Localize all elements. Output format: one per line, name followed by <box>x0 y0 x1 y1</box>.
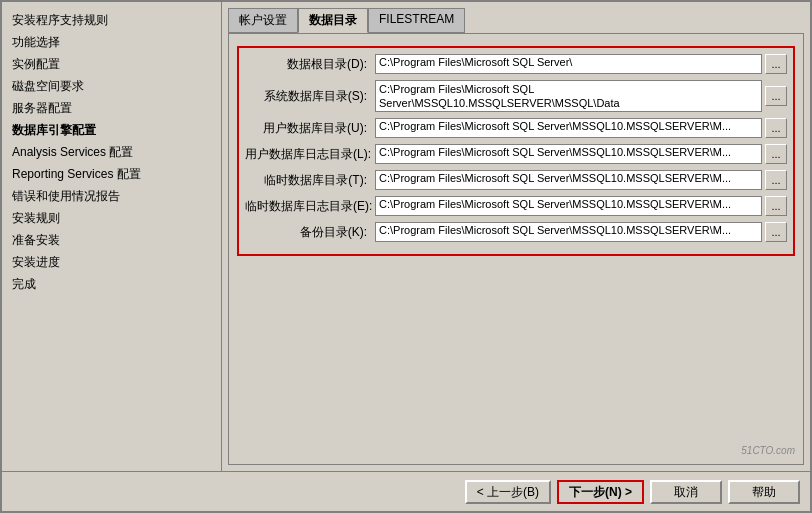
form-input-wrap-0: C:\Program Files\Microsoft SQL Server\..… <box>375 54 787 74</box>
form-row-1: 系统数据库目录(S):C:\Program Files\Microsoft SQ… <box>245 80 787 112</box>
tab-content: 数据根目录(D):C:\Program Files\Microsoft SQL … <box>228 33 804 465</box>
tab-1[interactable]: 数据目录 <box>298 8 368 33</box>
form-input-wrap-1: C:\Program Files\Microsoft SQL Server\MS… <box>375 80 787 112</box>
form-row-0: 数据根目录(D):C:\Program Files\Microsoft SQL … <box>245 54 787 74</box>
form-input-1[interactable]: C:\Program Files\Microsoft SQL Server\MS… <box>375 80 762 112</box>
browse-button-0[interactable]: ... <box>765 54 787 74</box>
browse-button-4[interactable]: ... <box>765 170 787 190</box>
sidebar-item-4[interactable]: 服务器配置 <box>6 98 217 119</box>
right-panel: 帐户设置数据目录FILESTREAM 数据根目录(D):C:\Program F… <box>222 2 810 471</box>
sidebar: 安装程序支持规则功能选择实例配置磁盘空间要求服务器配置数据库引擎配置Analys… <box>2 2 222 471</box>
form-input-wrap-2: C:\Program Files\Microsoft SQL Server\MS… <box>375 118 787 138</box>
form-row-6: 备份目录(K):C:\Program Files\Microsoft SQL S… <box>245 222 787 242</box>
form-input-2[interactable]: C:\Program Files\Microsoft SQL Server\MS… <box>375 118 762 138</box>
form-input-0[interactable]: C:\Program Files\Microsoft SQL Server\ <box>375 54 762 74</box>
form-label-1: 系统数据库目录(S): <box>245 88 375 105</box>
form-label-2: 用户数据库目录(U): <box>245 120 375 137</box>
sidebar-item-2[interactable]: 实例配置 <box>6 54 217 75</box>
sidebar-item-6[interactable]: Analysis Services 配置 <box>6 142 217 163</box>
form-input-4[interactable]: C:\Program Files\Microsoft SQL Server\MS… <box>375 170 762 190</box>
form-input-6[interactable]: C:\Program Files\Microsoft SQL Server\MS… <box>375 222 762 242</box>
sidebar-item-11[interactable]: 安装进度 <box>6 252 217 273</box>
form-highlight-box: 数据根目录(D):C:\Program Files\Microsoft SQL … <box>237 46 795 256</box>
sidebar-item-12[interactable]: 完成 <box>6 274 217 295</box>
form-input-5[interactable]: C:\Program Files\Microsoft SQL Server\MS… <box>375 196 762 216</box>
sidebar-item-0[interactable]: 安装程序支持规则 <box>6 10 217 31</box>
help-button[interactable]: 帮助 <box>728 480 800 504</box>
form-row-5: 临时数据库日志目录(E):C:\Program Files\Microsoft … <box>245 196 787 216</box>
form-input-wrap-6: C:\Program Files\Microsoft SQL Server\MS… <box>375 222 787 242</box>
sidebar-item-1[interactable]: 功能选择 <box>6 32 217 53</box>
form-label-5: 临时数据库日志目录(E): <box>245 198 375 215</box>
watermark: 51CTO.com <box>741 445 795 456</box>
form-label-0: 数据根目录(D): <box>245 56 375 73</box>
content-area: 安装程序支持规则功能选择实例配置磁盘空间要求服务器配置数据库引擎配置Analys… <box>2 2 810 471</box>
main-window: 安装程序支持规则功能选择实例配置磁盘空间要求服务器配置数据库引擎配置Analys… <box>0 0 812 513</box>
browse-button-5[interactable]: ... <box>765 196 787 216</box>
prev-button[interactable]: < 上一步(B) <box>465 480 551 504</box>
form-label-4: 临时数据库目录(T): <box>245 172 375 189</box>
cancel-button[interactable]: 取消 <box>650 480 722 504</box>
form-input-wrap-3: C:\Program Files\Microsoft SQL Server\MS… <box>375 144 787 164</box>
sidebar-item-5[interactable]: 数据库引擎配置 <box>6 120 217 141</box>
next-button[interactable]: 下一步(N) > <box>557 480 644 504</box>
sidebar-item-3[interactable]: 磁盘空间要求 <box>6 76 217 97</box>
browse-button-3[interactable]: ... <box>765 144 787 164</box>
form-row-3: 用户数据库日志目录(L):C:\Program Files\Microsoft … <box>245 144 787 164</box>
form-input-3[interactable]: C:\Program Files\Microsoft SQL Server\MS… <box>375 144 762 164</box>
bottom-bar: < 上一步(B) 下一步(N) > 取消 帮助 <box>2 471 810 511</box>
form-input-wrap-4: C:\Program Files\Microsoft SQL Server\MS… <box>375 170 787 190</box>
form-label-6: 备份目录(K): <box>245 224 375 241</box>
form-input-wrap-5: C:\Program Files\Microsoft SQL Server\MS… <box>375 196 787 216</box>
browse-button-2[interactable]: ... <box>765 118 787 138</box>
browse-button-1[interactable]: ... <box>765 86 787 106</box>
sidebar-item-9[interactable]: 安装规则 <box>6 208 217 229</box>
browse-button-6[interactable]: ... <box>765 222 787 242</box>
tab-0[interactable]: 帐户设置 <box>228 8 298 33</box>
sidebar-item-8[interactable]: 错误和使用情况报告 <box>6 186 217 207</box>
form-label-3: 用户数据库日志目录(L): <box>245 146 375 163</box>
tab-2[interactable]: FILESTREAM <box>368 8 465 33</box>
sidebar-item-7[interactable]: Reporting Services 配置 <box>6 164 217 185</box>
sidebar-item-10[interactable]: 准备安装 <box>6 230 217 251</box>
form-row-4: 临时数据库目录(T):C:\Program Files\Microsoft SQ… <box>245 170 787 190</box>
tabs-container: 帐户设置数据目录FILESTREAM <box>228 8 804 33</box>
form-row-2: 用户数据库目录(U):C:\Program Files\Microsoft SQ… <box>245 118 787 138</box>
